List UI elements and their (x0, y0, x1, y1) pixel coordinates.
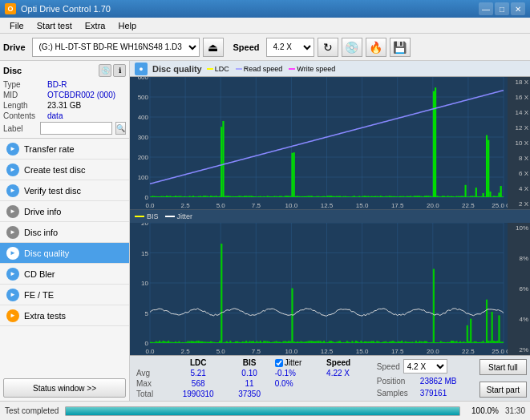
bis-color (135, 216, 144, 217)
max-bis: 11 (227, 378, 271, 389)
nav-fe-te[interactable]: ► FE / TE (0, 285, 129, 305)
nav-icon-extra: ► (6, 309, 19, 322)
nav-drive-info[interactable]: ► Drive info (0, 201, 129, 222)
nav-icon-verify: ► (6, 184, 19, 197)
ldc-chart: 18 X 16 X 14 X 12 X 10 X 8 X 6 X 4 X 2 X (130, 77, 530, 210)
menu-extra[interactable]: Extra (79, 19, 112, 32)
samples-value: 379161 (420, 389, 447, 398)
burn-button[interactable]: 🔥 (366, 38, 386, 57)
position-value: 23862 MB (420, 377, 457, 386)
max-jitter: 0.0% (272, 378, 323, 389)
maximize-button[interactable]: □ (495, 2, 509, 15)
legend-ldc-color (207, 68, 213, 70)
bis-chart: 10% 8% 6% 4% 2% (130, 223, 530, 355)
avg-bis: 0.10 (227, 368, 271, 378)
nav-create-test[interactable]: ► Create test disc (0, 160, 129, 180)
jitter-checkbox[interactable] (275, 359, 283, 367)
disc-type: BD-R (47, 80, 67, 89)
dq-title: Disc quality (152, 64, 202, 74)
start-buttons: Start full Start part (479, 357, 527, 399)
start-part-button[interactable]: Start part (479, 382, 527, 398)
time-text: 31:30 (505, 406, 525, 415)
ldc-y-axis-right: 18 X 16 X 14 X 12 X 10 X 8 X 6 X 4 X 2 X (508, 77, 530, 209)
save-button[interactable]: 💾 (390, 38, 411, 57)
nav-icon-drive: ► (6, 205, 19, 218)
start-full-button[interactable]: Start full (479, 359, 527, 375)
window-controls: — □ ✕ (479, 2, 525, 15)
disc-button[interactable]: 💿 (342, 38, 362, 57)
label-search-button[interactable]: 🔍 (115, 122, 126, 135)
toolbar: Drive (G:) HL-DT-ST BD-RE WH16NS48 1.D3 … (0, 34, 530, 61)
total-label: Total (133, 389, 169, 399)
bis-canvas (130, 223, 508, 355)
menu-file[interactable]: File (3, 19, 30, 32)
avg-jitter: -0.1% (272, 368, 323, 378)
speed-label: Speed (233, 42, 260, 52)
legend-top: LDC Read speed Write speed (207, 65, 335, 73)
refresh-button[interactable]: ↻ (318, 38, 338, 57)
status-text: Test completed (5, 406, 59, 415)
total-ldc: 1990310 (169, 389, 227, 399)
stats-speed-section: Speed 4.2 X Position 23862 MB Samples 37… (377, 357, 473, 399)
nav-extra-tests[interactable]: ► Extra tests (0, 305, 129, 326)
title-bar-left: O Opti Drive Control 1.70 (5, 3, 111, 14)
disc-panel: Disc 💿 ℹ Type BD-R MID OTCBDR002 (000) L… (0, 61, 129, 139)
status-window-button[interactable]: Status window >> (3, 378, 126, 398)
total-bis: 37350 (227, 389, 271, 399)
jitter-chart-label: Jitter (177, 212, 193, 220)
disc-contents-row: Contents data (3, 111, 126, 120)
legend-writespeed: Write speed (289, 65, 335, 73)
legend-readspeed-label: Read speed (244, 65, 283, 73)
speed-row: Speed 4.2 X (377, 359, 473, 374)
dq-icon: ● (135, 63, 148, 75)
legend-ldc: LDC (207, 65, 229, 73)
label-input[interactable] (40, 122, 112, 135)
disc-length: 23.31 GB (47, 101, 81, 110)
charts-container: 18 X 16 X 14 X 12 X 10 X 8 X 6 X 4 X 2 X… (130, 77, 530, 355)
bis-label: BIS (147, 212, 159, 220)
jitter-color (165, 216, 175, 217)
title-bar: O Opti Drive Control 1.70 — □ ✕ (0, 0, 530, 18)
disc-contents: data (47, 111, 63, 120)
stats-total-row: Total 1990310 37350 (133, 389, 370, 399)
nav-icon-fe-te: ► (6, 289, 19, 301)
nav-disc-quality[interactable]: ► Disc quality (0, 243, 129, 264)
nav-transfer-rate[interactable]: ► Transfer rate (0, 139, 129, 160)
nav-cd-bler[interactable]: ► CD Bler (0, 264, 129, 285)
drive-label: Drive (3, 42, 26, 52)
speed-select[interactable]: 4.2 X (266, 38, 314, 57)
avg-ldc: 5.21 (169, 368, 227, 378)
eject-button[interactable]: ⏏ (203, 38, 224, 57)
close-button[interactable]: ✕ (511, 2, 525, 15)
nav-icon-cd-bler: ► (6, 268, 19, 281)
legend-writespeed-label: Write speed (297, 65, 335, 73)
legend-ldc-label: LDC (215, 65, 229, 73)
stats-max-row: Max 568 11 0.0% (133, 378, 370, 389)
disc-icon-btn[interactable]: 💿 (99, 64, 111, 77)
menu-help[interactable]: Help (111, 19, 143, 32)
position-row: Position 23862 MB (377, 377, 473, 386)
minimize-button[interactable]: — (479, 2, 493, 15)
nav-disc-info[interactable]: ► Disc info (0, 222, 129, 243)
main-area: Disc 💿 ℹ Type BD-R MID OTCBDR002 (000) L… (0, 61, 530, 401)
ldc-canvas (130, 77, 508, 209)
legend-writespeed-color (289, 68, 295, 70)
drive-select[interactable]: (G:) HL-DT-ST BD-RE WH16NS48 1.D3 (32, 38, 200, 57)
menu-start-test[interactable]: Start test (30, 19, 79, 32)
avg-label: Avg (133, 368, 169, 378)
speed-select-stats[interactable]: 4.2 X (403, 359, 447, 374)
disc-header: Disc 💿 ℹ (3, 64, 126, 77)
disc-mid-row: MID OTCBDR002 (000) (3, 91, 126, 99)
jitter-label: Jitter (285, 358, 302, 367)
nav-icon-disc-quality: ► (6, 247, 19, 260)
disc-length-row: Length 23.31 GB (3, 101, 126, 110)
disc-title: Disc (3, 66, 22, 75)
stats-table: LDC BIS Jitter Speed Avg 5.21 0.10 -0.1% (133, 357, 370, 399)
progress-text: 100.0% (467, 406, 499, 415)
stats-avg-row: Avg 5.21 0.10 -0.1% 4.22 X (133, 368, 370, 378)
nav-verify-test[interactable]: ► Verify test disc (0, 180, 129, 201)
disc-info-btn[interactable]: ℹ (113, 64, 126, 77)
content-panel: ● Disc quality LDC Read speed Write spee… (130, 61, 530, 401)
progress-bar-fill (66, 407, 459, 415)
max-label: Max (133, 378, 169, 389)
